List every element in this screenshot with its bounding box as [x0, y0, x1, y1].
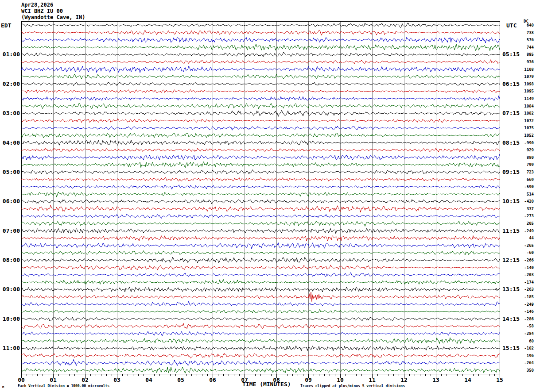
x-axis-tick-label: 03: [110, 377, 124, 383]
seismogram-trace: [21, 323, 500, 329]
seismogram-trace: [21, 133, 500, 138]
dc-offset-value: 640: [516, 23, 534, 27]
dc-offset-value: -102: [516, 346, 534, 350]
seismogram-trace: [21, 279, 500, 284]
dc-offset-value: 880: [516, 155, 534, 160]
seismogram-trace: [21, 331, 500, 336]
edt-hour-label: 09:00: [0, 286, 20, 292]
dc-offset-value: 350: [516, 368, 534, 373]
dc-offset-value: 60: [516, 339, 534, 343]
edt-hour-label: 08:00: [0, 257, 20, 263]
seismogram-trace: [21, 367, 500, 373]
dc-offset-value: 1072: [516, 119, 534, 123]
dc-offset-value: 1095: [516, 89, 534, 93]
seismogram-trace: [21, 37, 500, 43]
dc-offset-value: 929: [516, 148, 534, 152]
x-axis-tick-label: 05: [174, 377, 187, 383]
clip-note: Traces clipped at plus/minus 5 vertical …: [300, 384, 405, 388]
x-axis-tick-label: 04: [142, 377, 155, 383]
dc-offset-value: 514: [516, 192, 534, 196]
dc-offset-value: 1084: [516, 104, 534, 108]
edt-hour-label: 03:00: [0, 110, 20, 116]
scale-note: Each Vertical Division = 1000.00 microvo…: [18, 384, 109, 388]
dc-offset-value: 669: [516, 177, 534, 182]
x-axis-tick-label: 09: [302, 377, 315, 383]
seismogram-trace: [21, 89, 500, 93]
seismogram-trace: [21, 292, 500, 301]
seismogram-trace: [21, 287, 500, 292]
dc-offset-value: 744: [516, 45, 534, 50]
seismogram-trace: [21, 228, 500, 234]
x-axis-tick-label: 00: [15, 377, 28, 383]
dc-offset-value: 1079: [516, 74, 534, 79]
seismogram-plot: [0, 0, 536, 392]
seismogram-trace: [21, 236, 500, 241]
seismogram-trace: [21, 103, 500, 109]
seismogram-trace: [21, 309, 500, 313]
seismogram-trace: [21, 243, 500, 249]
dc-offset-value: 895: [516, 52, 534, 57]
seismogram-trace: [21, 161, 500, 168]
seismogram-trace: [21, 265, 500, 270]
seismogram-trace: [21, 140, 500, 145]
seismogram-trace: [21, 148, 500, 152]
edt-hour-label: 06:00: [0, 198, 20, 204]
dc-offset-value: 738: [516, 31, 534, 35]
dc-offset-value: -263: [516, 287, 534, 292]
seismogram-trace: [21, 360, 500, 366]
seismogram-trace: [21, 154, 500, 160]
x-axis-tick-label: 10: [334, 377, 347, 383]
edt-hour-label: 05:00: [0, 169, 20, 175]
dc-offset-value: 337: [516, 207, 534, 211]
dc-offset-value: -174: [516, 280, 534, 284]
x-axis-title: TIME (MINUTES): [242, 381, 291, 388]
dc-offset-value: 1052: [516, 133, 534, 138]
dc-offset-value: -420: [516, 199, 534, 204]
corner-mark: M: [2, 385, 4, 389]
seismogram-trace: [21, 221, 500, 226]
dc-offset-value: -249: [516, 302, 534, 307]
dc-offset-value: -60: [516, 250, 534, 255]
dc-offset-value: -140: [516, 265, 534, 270]
seismogram-trace: [21, 192, 500, 197]
x-axis-tick-label: 02: [78, 377, 92, 383]
x-axis-tick-label: 14: [461, 377, 474, 383]
dc-offset-value: 1108: [516, 67, 534, 72]
seismogram-trace: [21, 170, 500, 174]
dc-offset-value: 1098: [516, 82, 534, 86]
dc-offset-value: 44: [516, 236, 534, 240]
edt-hour-label: 07:00: [0, 228, 20, 234]
seismogram-trace: [21, 185, 500, 189]
seismogram-trace: [21, 301, 500, 306]
edt-hour-label: 10:00: [0, 316, 20, 322]
seismogram-trace: [21, 119, 500, 123]
dc-offset-value: 1082: [516, 111, 534, 115]
x-axis-tick-label: 06: [206, 377, 219, 383]
seismogram-trace: [21, 66, 500, 73]
dc-offset-value: -286: [516, 317, 534, 321]
seismogram-trace: [21, 30, 500, 35]
seismogram-trace: [21, 74, 500, 79]
seismogram-trace: [21, 82, 500, 86]
dc-offset-value: 1149: [516, 96, 534, 101]
x-axis-tick-label: 15: [493, 377, 506, 383]
edt-hour-label: 01:00: [0, 51, 20, 58]
dc-offset-value: -185: [516, 295, 534, 299]
dc-offset-value: -265: [516, 243, 534, 248]
dc-offset-value: 936: [516, 60, 534, 64]
dc-offset-value: -203: [516, 273, 534, 277]
dc-offset-value: 799: [516, 162, 534, 167]
dc-offset-value: -249: [516, 229, 534, 233]
seismogram-trace: [21, 205, 500, 212]
dc-offset-value: 1075: [516, 126, 534, 130]
seismogram-trace: [21, 126, 500, 130]
seismogram-trace: [21, 177, 500, 181]
helicorder-page: Apr28,2026 WCI BHZ IU 00 (Wyandotte Cave…: [0, 0, 536, 392]
seismogram-trace: [21, 200, 500, 204]
seismogram-trace: [21, 251, 500, 255]
dc-offset-value: -990: [516, 141, 534, 145]
seismogram-trace: [21, 44, 500, 51]
x-axis-tick-label: 11: [365, 377, 379, 383]
seismogram-trace: [21, 273, 500, 277]
seismogram-trace: [21, 338, 500, 344]
